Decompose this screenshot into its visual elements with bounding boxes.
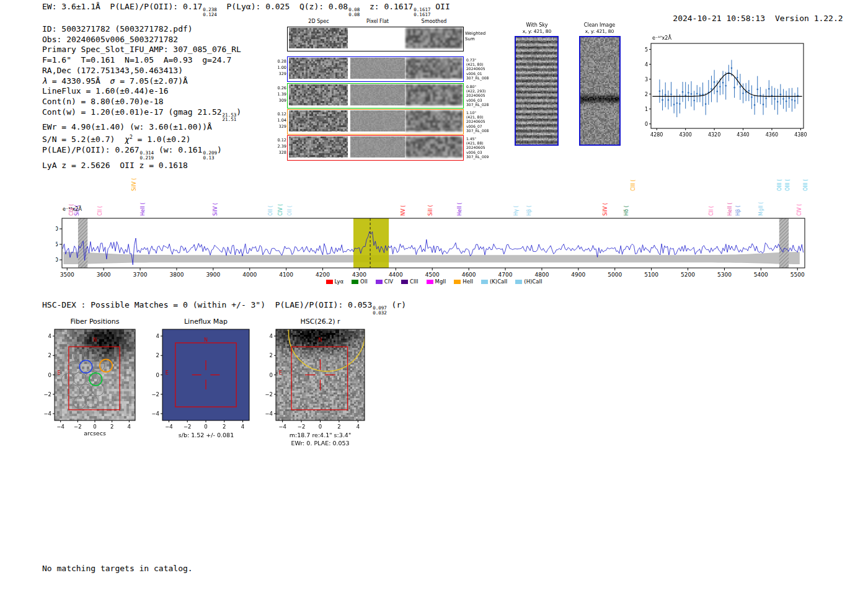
fiber-positions-title: Fiber Positions xyxy=(55,318,135,326)
info-line: Cont(w) = 1.20(±0.01)e-17 (gmag 21.5221.… xyxy=(42,107,241,123)
svg-text:4380: 4380 xyxy=(794,132,807,138)
svg-text:4900: 4900 xyxy=(571,272,585,278)
svg-text:5200: 5200 xyxy=(681,272,695,278)
version-text: Version 1.22.2 xyxy=(775,14,843,23)
report-timestamp: 2024-10-21 10:58:13Version 1.22.2 xyxy=(653,3,843,34)
with-sky-title: With Sky xyxy=(513,22,561,28)
emission-line-label: SiII ( xyxy=(428,205,433,216)
cutout-row-right-label: 0.73"(421, 80)20240605v006_01307_RL_008 xyxy=(466,58,495,80)
emission-line-label: OII ( xyxy=(268,205,273,216)
info-line: Primary Spec_Slot_IFU_AMP: 307_085_076_R… xyxy=(42,45,241,55)
errorbar-points xyxy=(659,60,799,117)
hsc-dex-line: HSC-DEX : Possible Matches = 0 (within +… xyxy=(42,300,406,316)
svg-text:4: 4 xyxy=(128,424,131,430)
svg-text:5000: 5000 xyxy=(608,272,622,278)
svg-text:4800: 4800 xyxy=(534,272,549,278)
legend-item: (K)CaII xyxy=(481,278,507,285)
fiber-circle xyxy=(74,396,86,409)
svg-text:−4: −4 xyxy=(56,424,64,430)
legend-item: CIV xyxy=(376,278,393,285)
fiber-circle xyxy=(74,373,86,385)
emission-line-label: CIV ( xyxy=(797,204,802,216)
extraction-box xyxy=(291,347,348,410)
2d-spec-strip xyxy=(289,136,348,158)
lineflux-caption: s/b: 1.52 +/- 0.081 xyxy=(155,432,257,438)
svg-text:4300: 4300 xyxy=(680,132,692,138)
selected-fiber-circle xyxy=(100,359,112,371)
legend-item: HeII xyxy=(454,278,473,285)
cutout-row-right-label: 1.10"(421, 80)20240605v006_07307_RL_008 xyxy=(466,110,495,133)
svg-text:4500: 4500 xyxy=(425,272,440,278)
cutout-row-left-label: 0.121.04329 xyxy=(269,111,286,130)
clean-image-panel xyxy=(579,36,621,146)
fiber-positions-plot: NE−4−4−2−2002244 xyxy=(41,326,143,432)
legend-swatch xyxy=(427,280,433,284)
with-sky-panel xyxy=(515,36,559,146)
emission-line-label: HeII ( xyxy=(140,203,146,216)
info-line: P(LAE)/P(OII): 0.2670.3140.219 (w: 0.161… xyxy=(42,145,241,161)
svg-text:4100: 4100 xyxy=(279,272,293,278)
svg-text:2.5: 2.5 xyxy=(56,241,58,247)
svg-text:−2: −2 xyxy=(43,391,51,398)
smoothed-strip xyxy=(405,110,463,131)
svg-text:2: 2 xyxy=(48,352,51,358)
emission-line-label: SiIV ( xyxy=(213,203,218,216)
cutout-row-right-label: 0.80"(422, 293)20240605v006_03307_RL_028 xyxy=(466,84,495,107)
svg-text:5: 5 xyxy=(645,47,648,53)
svg-text:4000: 4000 xyxy=(242,272,257,278)
fiber-circle xyxy=(79,384,92,396)
clean-image xyxy=(580,37,619,144)
svg-text:5.0: 5.0 xyxy=(56,226,58,232)
info-line: S/N = 5.2(±0.7) χ2 = 1.0(±0.2) xyxy=(42,133,241,145)
inset-ylabel: e⁻¹⁷x2Å xyxy=(652,35,671,41)
col-header-smoothed: Smoothed xyxy=(403,19,465,24)
emission-line-label: Hγ ( xyxy=(513,206,519,216)
svg-text:2: 2 xyxy=(270,352,273,358)
legend-item: OII xyxy=(352,278,368,285)
smoothed-strip xyxy=(405,136,463,158)
col-header-pixel-flat: Pixel Flat xyxy=(347,19,409,24)
spectrum-ylabel: e⁻¹⁷x2Å xyxy=(63,207,82,212)
full-spectrum-chart: 3500360037003800390040004100420043004400… xyxy=(56,162,815,285)
with-sky-coords: x, y: 421, 80 xyxy=(513,29,561,34)
pixel-flat-strip xyxy=(350,136,405,158)
aperture-circle xyxy=(289,326,365,371)
masked-band xyxy=(779,218,789,268)
svg-text:2: 2 xyxy=(223,424,226,430)
hsc-title: HSC(26.2) r xyxy=(276,318,365,326)
svg-text:4: 4 xyxy=(645,62,648,68)
east-label: E xyxy=(166,370,169,376)
cutout-row-right-label: 1.45"(421, 88)20240605v006_03307_RL_009 xyxy=(466,136,495,159)
crosshair xyxy=(305,359,335,390)
svg-text:4700: 4700 xyxy=(498,272,513,278)
svg-text:−2: −2 xyxy=(184,424,192,430)
hsc-caption-1: m:18.7 re:4.1" s:3.4" xyxy=(267,432,374,438)
svg-text:2: 2 xyxy=(110,424,113,430)
svg-text:−2: −2 xyxy=(151,391,159,398)
svg-text:4360: 4360 xyxy=(766,132,778,138)
emission-line-label: OIII ( xyxy=(785,179,790,191)
legend-swatch xyxy=(326,280,333,284)
info-line: LineFlux = 1.60(±0.44)e-16 xyxy=(42,86,241,97)
svg-text:0: 0 xyxy=(319,424,322,430)
info-line: λ = 4330.95Å σ = 7.05(±2.07)Å xyxy=(42,76,241,87)
hsc-caption-2: EWr: 0. PLAE: 0.053 xyxy=(267,440,374,447)
masked-band xyxy=(78,218,87,268)
cutout-row-left-label: 0.281.00329 xyxy=(269,58,286,77)
svg-text:4: 4 xyxy=(156,333,159,339)
north-label: N xyxy=(318,337,322,343)
info-line: Obs: 20240605v006_5003271782 xyxy=(42,35,241,45)
svg-text:4400: 4400 xyxy=(389,272,403,278)
smoothed-strip xyxy=(405,84,463,105)
emission-line-label: HeII ( xyxy=(727,203,733,216)
svg-text:4600: 4600 xyxy=(462,272,476,278)
extraction-box xyxy=(69,347,120,410)
sky-envelope xyxy=(63,252,799,264)
svg-text:2: 2 xyxy=(337,424,340,430)
emission-line-label: HeII ( xyxy=(457,203,463,216)
svg-text:0: 0 xyxy=(204,424,207,430)
elixer-report: EW: 3.6±1.1Å P(LAE)/P(OII): 0.170.2380.1… xyxy=(0,0,868,591)
east-label: E xyxy=(279,370,282,376)
2d-spec-strip xyxy=(289,28,348,48)
svg-text:−2: −2 xyxy=(298,424,306,430)
